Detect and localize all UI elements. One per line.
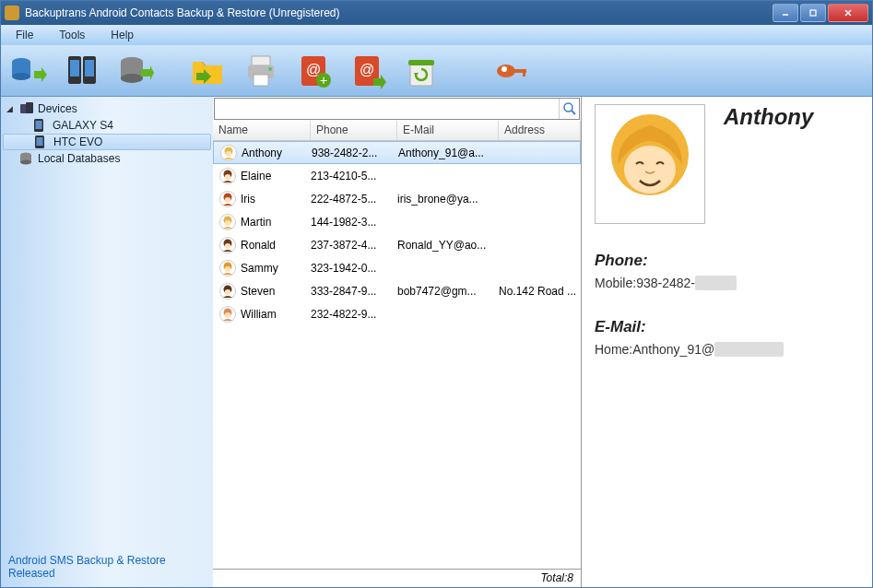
contact-rows: Anthony938-2482-2...Anthony_91@a...Elain… xyxy=(213,141,581,569)
svg-point-27 xyxy=(501,66,507,72)
svg-point-61 xyxy=(225,289,230,295)
backup-to-db-icon[interactable] xyxy=(6,51,51,91)
tree-device-item[interactable]: HTC EVO xyxy=(3,134,211,150)
svg-rect-33 xyxy=(36,121,42,129)
cell-phone: 144-1982-3... xyxy=(311,216,397,229)
app-icon xyxy=(5,6,19,20)
cell-email: iris_brone@ya... xyxy=(397,193,499,206)
svg-rect-16 xyxy=(254,75,268,86)
maximize-button[interactable] xyxy=(800,4,826,22)
contact-add-icon[interactable]: @+ xyxy=(292,51,336,91)
contact-list-pane: Name Phone E-Mail Address Anthony938-248… xyxy=(213,97,582,587)
col-header-phone[interactable]: Phone xyxy=(311,121,397,140)
phone-icon xyxy=(34,119,49,132)
svg-text:+: + xyxy=(320,73,327,88)
svg-point-43 xyxy=(226,151,231,157)
cell-phone: 213-4210-5... xyxy=(311,170,397,182)
svg-point-39 xyxy=(564,103,572,112)
cell-phone: 333-2847-9... xyxy=(311,285,397,298)
tree-localdb-root[interactable]: Local Databases xyxy=(3,150,211,167)
tree-device-label: HTC EVO xyxy=(53,135,102,148)
svg-point-6 xyxy=(12,73,30,80)
cell-address: No.142 Road ... xyxy=(499,285,581,298)
avatar-icon xyxy=(218,190,237,208)
svg-point-17 xyxy=(268,67,272,71)
svg-rect-10 xyxy=(85,60,94,76)
menubar: File Tools Help xyxy=(1,25,872,45)
cell-name: Anthony xyxy=(242,147,312,159)
detail-phone-value: Mobile:938-2482-XXXX xyxy=(595,276,859,290)
table-row[interactable]: Steven333-2847-9...bob7472@gm...No.142 R… xyxy=(213,279,581,302)
table-row[interactable]: Anthony938-2482-2...Anthony_91@a... xyxy=(213,141,581,164)
table-row[interactable]: William232-4822-9... xyxy=(213,302,581,325)
database-icon xyxy=(19,152,34,165)
cell-email: Ronald_YY@ao... xyxy=(397,239,499,252)
search-button[interactable] xyxy=(559,99,579,119)
table-row[interactable]: Elaine213-4210-5... xyxy=(213,164,581,187)
tree-device-label: GALAXY S4 xyxy=(53,119,113,132)
table-row[interactable]: Martin144-1982-3... xyxy=(213,210,581,233)
svg-rect-8 xyxy=(70,60,79,76)
phone-icon xyxy=(35,135,50,148)
contact-detail-pane: Anthony Phone: Mobile:938-2482-XXXX E-Ma… xyxy=(582,97,872,587)
recycle-icon[interactable] xyxy=(399,51,443,91)
sidebar: ◢ Devices GALAXY S4 HTC EVO xyxy=(1,97,213,587)
svg-rect-35 xyxy=(37,137,43,146)
toolbar: @+ @ xyxy=(1,45,872,97)
cell-email: bob7472@gm... xyxy=(397,285,499,298)
svg-point-46 xyxy=(225,174,230,180)
cell-email: Anthony_91@a... xyxy=(398,147,500,159)
cell-phone: 232-4822-9... xyxy=(311,308,397,321)
menu-file[interactable]: File xyxy=(16,29,33,41)
cell-phone: 938-2482-2... xyxy=(312,147,398,159)
db-restore-icon[interactable] xyxy=(113,51,158,91)
table-row[interactable]: Ronald237-3872-4...Ronald_YY@ao... xyxy=(213,233,581,256)
avatar-icon xyxy=(218,236,237,254)
table-row[interactable]: Iris222-4872-5...iris_brone@ya... xyxy=(213,187,581,210)
tree-localdb-label: Local Databases xyxy=(38,152,120,165)
avatar-icon xyxy=(219,144,238,162)
avatar-icon xyxy=(218,213,237,231)
svg-rect-14 xyxy=(252,56,270,65)
print-icon[interactable] xyxy=(239,51,283,91)
detail-email-label: E-Mail: xyxy=(595,318,859,336)
svg-point-49 xyxy=(225,197,230,203)
col-header-email[interactable]: E-Mail xyxy=(397,121,499,140)
column-header: Name Phone E-Mail Address xyxy=(213,121,581,141)
search-icon xyxy=(562,101,577,116)
svg-rect-25 xyxy=(408,60,434,65)
total-bar: Total:8 xyxy=(213,569,581,587)
cell-name: Iris xyxy=(241,193,311,206)
svg-point-38 xyxy=(20,160,31,165)
tree-devices-root[interactable]: ◢ Devices xyxy=(3,100,211,117)
key-icon[interactable] xyxy=(490,51,534,91)
tree-device-item[interactable]: GALAXY S4 xyxy=(3,117,211,134)
detail-email-value: Home:Anthony_91@xxxxxx.xxx xyxy=(595,342,859,357)
contact-export-icon[interactable]: @ xyxy=(346,51,390,91)
import-folder-icon[interactable] xyxy=(185,51,230,91)
cell-name: Steven xyxy=(241,285,311,298)
menu-tools[interactable]: Tools xyxy=(59,29,85,41)
svg-rect-24 xyxy=(410,64,432,86)
col-header-address[interactable]: Address xyxy=(499,121,581,140)
cell-name: Ronald xyxy=(241,239,311,252)
tree-devices-label: Devices xyxy=(38,102,77,115)
detail-contact-name: Anthony xyxy=(724,104,813,130)
minimize-button[interactable] xyxy=(773,4,798,22)
cell-phone: 323-1942-0... xyxy=(311,262,397,275)
table-row[interactable]: Sammy323-1942-0... xyxy=(213,256,581,279)
cell-name: Elaine xyxy=(241,170,311,182)
menu-help[interactable]: Help xyxy=(111,29,134,41)
close-button[interactable] xyxy=(828,4,868,22)
col-header-name[interactable]: Name xyxy=(213,121,311,140)
svg-text:@: @ xyxy=(360,62,374,77)
svg-point-64 xyxy=(225,312,230,318)
footer-link[interactable]: Android SMS Backup & Restore Released xyxy=(3,550,211,583)
svg-point-55 xyxy=(225,243,230,249)
search-input[interactable] xyxy=(215,99,559,119)
collapse-toggle-icon[interactable]: ◢ xyxy=(6,104,16,113)
detail-phone-label: Phone: xyxy=(595,252,859,270)
cell-phone: 237-3872-4... xyxy=(311,239,397,252)
phones-icon[interactable] xyxy=(60,51,104,91)
svg-rect-31 xyxy=(26,102,33,113)
